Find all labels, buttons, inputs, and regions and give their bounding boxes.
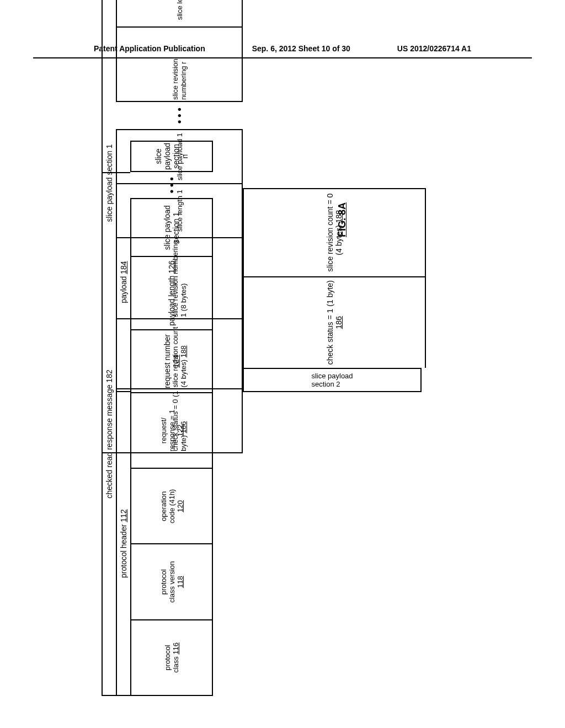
protocol-class-cell: protocol class 116 — [163, 643, 180, 673]
sp2-check-status: check status = 1 (1 byte) 186 — [326, 280, 343, 366]
sp1-slice-len-1: slice length 1 — [116, 183, 243, 237]
sp1-rev-num-r: slice revision numbering r — [116, 26, 243, 102]
sp1-rev-count: slice revision count (4 bytes) 188 — [171, 320, 188, 387]
sp1-label: slice payload section 1 — [102, 0, 116, 453]
slice-payload-section-2-detail: slice payloadsection 2 check status = 1 … — [243, 188, 426, 392]
sp1-slice-pay-1: slice payload 1 — [116, 129, 243, 183]
protocol-class-version-cell: protocol class version 118 — [159, 561, 184, 603]
sp1-slice-len-r: slice length r — [116, 0, 243, 26]
ellipsis-icon — [116, 102, 243, 129]
sp2-label-text: slice payloadsection 2 — [311, 372, 353, 388]
sp2-rev-count: slice revision count = 0 (4 bytes) 188 — [326, 191, 343, 274]
header-mid: Sep. 6, 2012 Sheet 10 of 30 — [252, 44, 350, 53]
sp1-check-status: check status = 0 (1 byte) 186 — [171, 390, 188, 451]
diagram: FIG. 8A checked read response message 18… — [0, 72, 565, 728]
slice-payload-section-1-detail: slice payload section 1 check status = 0… — [102, 0, 243, 453]
header-right: US 2012/0226714 A1 — [397, 44, 471, 53]
sp1-rev-num-1: slice revision numbering 1 (8 bytes) — [116, 237, 243, 318]
operation-code-cell: operation code (41h) 120 — [159, 489, 184, 523]
